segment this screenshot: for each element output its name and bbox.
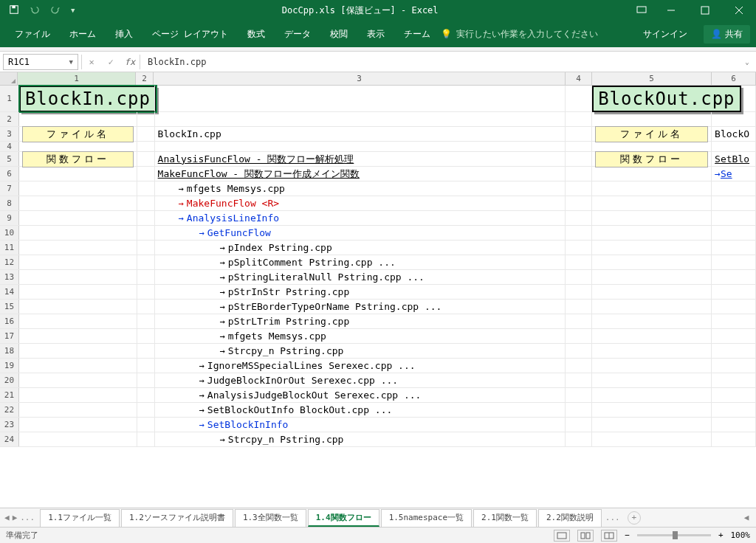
cell[interactable] — [592, 285, 712, 299]
sheet-tab[interactable]: 2.2関数説明 — [538, 509, 602, 527]
row-header[interactable]: 14 — [0, 285, 19, 299]
cell[interactable] — [137, 152, 155, 166]
cell[interactable] — [137, 181, 155, 196]
cell[interactable] — [712, 255, 756, 269]
cell[interactable]: SetBlo — [712, 152, 756, 166]
cell[interactable] — [137, 388, 155, 402]
zoom-in-button[interactable]: + — [718, 530, 724, 540]
cell[interactable] — [566, 167, 592, 181]
cell[interactable]: →pSplitComment Pstring.cpp ... — [155, 255, 566, 269]
sheet-tab[interactable]: 1.4関数フロー — [308, 509, 379, 527]
sheet-nav-prev-icon[interactable]: ◀ — [4, 513, 10, 522]
cell[interactable]: BlockIn.cpp — [155, 127, 566, 141]
cell[interactable] — [592, 167, 712, 181]
column-header[interactable]: 4 — [566, 72, 592, 85]
cell[interactable] — [712, 86, 756, 111]
cell[interactable]: 関数フロー — [592, 152, 712, 166]
cell[interactable]: 関数フロー — [19, 152, 137, 166]
cell[interactable] — [592, 142, 712, 151]
row-header[interactable]: 8 — [0, 196, 19, 210]
cell[interactable] — [19, 373, 137, 387]
sheet-tab[interactable]: 2.1関数一覧 — [473, 509, 537, 527]
cell[interactable] — [155, 142, 566, 151]
sheet-tab[interactable]: 1.2ソースファイル説明書 — [121, 509, 233, 527]
cell[interactable] — [592, 314, 712, 328]
cell[interactable]: →SetBlockOutInfo BlockOut.cpp ... — [155, 403, 566, 417]
row-header[interactable]: 20 — [0, 373, 19, 387]
cell[interactable] — [592, 300, 712, 314]
cell[interactable] — [137, 403, 155, 417]
cell[interactable] — [566, 270, 592, 284]
cell[interactable] — [566, 359, 592, 373]
cell[interactable] — [137, 359, 155, 373]
sheet-tab[interactable]: 1.1ファイル一覧 — [40, 509, 120, 527]
row-header[interactable]: 22 — [0, 403, 19, 417]
cell[interactable] — [712, 300, 756, 314]
cell[interactable] — [566, 86, 592, 111]
cell[interactable]: →pStrEBorderTypeOrName Pstring.cpp ... — [155, 300, 566, 314]
cancel-formula-button[interactable]: ✕ — [82, 57, 101, 67]
cell[interactable] — [592, 226, 712, 240]
cell[interactable] — [19, 211, 137, 225]
cell[interactable] — [137, 226, 155, 240]
cell[interactable] — [566, 388, 592, 402]
cell[interactable] — [592, 270, 712, 284]
row-header[interactable]: 17 — [0, 329, 19, 343]
cell[interactable]: →AnalysisJudgeBlockOut Serexec.cpp ... — [155, 388, 566, 402]
formula-expand-icon[interactable]: ⌄ — [738, 58, 756, 66]
qat-dropdown-icon[interactable]: ▼ — [71, 7, 75, 14]
ribbon-tab[interactable]: 表示 — [358, 24, 394, 45]
zoom-slider[interactable] — [637, 534, 711, 536]
row-header[interactable]: 11 — [0, 241, 19, 255]
cell[interactable] — [566, 211, 592, 225]
zoom-level[interactable]: 100% — [731, 530, 751, 540]
row-header[interactable]: 3 — [0, 127, 19, 141]
cell[interactable] — [566, 418, 592, 432]
cell[interactable] — [712, 270, 756, 284]
formula-input[interactable]: BlockIn.cpp — [140, 57, 738, 67]
cell[interactable] — [19, 314, 137, 328]
cell[interactable] — [566, 152, 592, 166]
cell[interactable]: → Se — [712, 167, 756, 181]
cell[interactable] — [19, 142, 137, 151]
cell[interactable] — [712, 373, 756, 387]
cell[interactable] — [155, 112, 566, 126]
cell[interactable] — [137, 285, 155, 299]
cell[interactable] — [137, 344, 155, 358]
cell[interactable] — [712, 181, 756, 196]
row-header[interactable]: 12 — [0, 255, 19, 269]
cell[interactable] — [137, 241, 155, 255]
cell[interactable] — [19, 167, 137, 181]
cell[interactable] — [155, 86, 566, 111]
cell[interactable] — [712, 403, 756, 417]
cell[interactable] — [712, 226, 756, 240]
row-header[interactable]: 19 — [0, 359, 19, 373]
cell[interactable]: →mfgets Memsys.cpp — [155, 329, 566, 343]
cell[interactable]: →JudgeBlockInOrOut Serexec.cpp ... — [155, 373, 566, 387]
cell[interactable]: →pIndex Pstring.cpp — [155, 241, 566, 255]
cell[interactable]: →IgnoreMSSpecialLines Serexec.cpp ... — [155, 359, 566, 373]
cell[interactable] — [19, 388, 137, 402]
cell[interactable] — [566, 181, 592, 196]
chevron-down-icon[interactable]: ▼ — [69, 58, 73, 66]
cell[interactable] — [712, 388, 756, 402]
normal-view-button[interactable] — [554, 530, 570, 542]
cell[interactable] — [592, 388, 712, 402]
cell[interactable] — [566, 300, 592, 314]
cell[interactable]: →SetBlockInInfo — [155, 418, 566, 432]
page-break-view-button[interactable] — [601, 530, 617, 542]
cell[interactable] — [592, 403, 712, 417]
cell[interactable] — [19, 344, 137, 358]
redo-icon[interactable] — [50, 4, 61, 17]
signin-link[interactable]: サインイン — [634, 24, 696, 45]
row-header[interactable]: 4 — [0, 142, 19, 151]
cell[interactable] — [566, 285, 592, 299]
cell[interactable] — [712, 432, 756, 446]
cell[interactable]: BlockIn.cpp — [19, 86, 137, 111]
cell[interactable] — [566, 196, 592, 210]
sheet-nav-next-icon[interactable]: ▶ — [13, 513, 18, 522]
cell[interactable]: →pStrLTrim Pstring.cpp — [155, 314, 566, 328]
cell[interactable] — [592, 241, 712, 255]
row-header[interactable]: 21 — [0, 388, 19, 402]
cell[interactable]: MakeFuncFlow - 関数フロー作成メイン関数 — [155, 167, 566, 181]
